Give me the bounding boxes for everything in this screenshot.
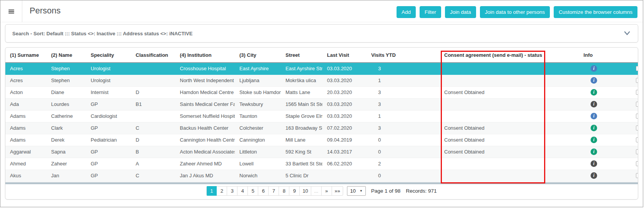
cell-speciality: GP: [86, 146, 131, 158]
cell-surname: Akus: [5, 170, 46, 182]
page-button-6[interactable]: 6: [258, 186, 269, 196]
last-page-button[interactable]: »»: [332, 186, 343, 196]
cell-city: Taunton: [235, 110, 281, 122]
cell-speciality: Pediatrician: [86, 134, 131, 146]
next-page-button[interactable]: »: [322, 186, 332, 196]
cell-info: i: [545, 63, 631, 74]
column-header-truncated: [631, 48, 638, 63]
cell-street: East Ayrshire Street: [281, 63, 322, 74]
checkbox-icon[interactable]: [636, 137, 638, 142]
cell-city: Stoke sub Hamdon: [235, 86, 281, 98]
cell-street: 163 Broadway St: [281, 122, 322, 134]
page-size-select[interactable]: 10 ▼: [347, 186, 365, 196]
page-button-4[interactable]: 4: [237, 186, 248, 196]
table-row[interactable]: AcresStephenUrologistCrosshouse Hospital…: [5, 63, 638, 74]
info-icon[interactable]: i: [591, 113, 597, 119]
hamburger-icon: [8, 9, 14, 14]
info-icon[interactable]: i: [591, 77, 597, 84]
cell-visits_ytd: 3: [367, 122, 440, 134]
info-icon[interactable]: i: [591, 89, 597, 96]
page-button-3[interactable]: 3: [227, 186, 237, 196]
info-icon[interactable]: i: [591, 125, 597, 131]
table-row[interactable]: AdamsClarkGPCBackus Health CenterColches…: [5, 122, 638, 134]
table-row[interactable]: AhmedZaheerGPAZaheer Ahmed MDLowell33 Ba…: [5, 158, 638, 170]
column-header-city[interactable]: (3) City: [235, 48, 281, 63]
table-row[interactable]: AkusJanGPCJan J Akus MDNorwich5 Clinic D…: [5, 170, 638, 182]
column-header-surname[interactable]: (1) Surname: [5, 48, 46, 63]
checkbox-icon[interactable]: [636, 125, 638, 130]
table-row[interactable]: AdamsCatherineCardiologistSomerset Nuffi…: [5, 110, 638, 122]
checkbox-icon[interactable]: [636, 102, 638, 107]
info-icon[interactable]: i: [591, 137, 597, 143]
cell-classification: B: [131, 146, 175, 158]
table-row[interactable]: AcresStephenUrologistNorth West Independ…: [5, 74, 638, 86]
cell-surname: Aggarwal: [5, 146, 46, 158]
checkbox-icon[interactable]: [636, 90, 638, 95]
page-button-2[interactable]: 2: [217, 186, 227, 196]
cell-name: Stephen: [46, 63, 86, 74]
column-header-institution[interactable]: (4) Institution: [175, 48, 235, 63]
join-data-button[interactable]: Join data: [445, 6, 476, 18]
info-icon[interactable]: i: [591, 65, 597, 72]
column-header-consent_status[interactable]: Consent agreement (send e-mail) - status: [440, 48, 545, 63]
cell-classification: [131, 74, 175, 86]
join-data-to-other-persons-button[interactable]: Join data to other persons: [480, 6, 550, 18]
column-header-speciality[interactable]: Speciality: [86, 48, 131, 63]
info-icon[interactable]: i: [591, 172, 597, 179]
page-ellipsis-button[interactable]: ...: [311, 186, 322, 196]
info-icon[interactable]: i: [591, 160, 597, 167]
checkbox-icon[interactable]: [636, 66, 638, 71]
table-row[interactable]: AdaLourdesGPB1Saints Medical Center Fa..…: [5, 98, 638, 110]
cell-city: Cannington: [235, 134, 281, 146]
page-button-8[interactable]: 8: [279, 186, 289, 196]
cell-visits_ytd: 0: [367, 134, 440, 146]
column-header-street[interactable]: Street: [281, 48, 322, 63]
page-button-5[interactable]: 5: [248, 186, 258, 196]
cell-institution: Saints Medical Center Fa...: [175, 98, 235, 110]
cell-consent_status: Consent Obtained: [440, 86, 545, 98]
cell-street: 1565 Main St Ste ...: [281, 98, 322, 110]
page-button-7[interactable]: 7: [269, 186, 279, 196]
page-button-10[interactable]: 10: [300, 186, 311, 196]
cell-visits_ytd: 3: [367, 63, 440, 74]
filter-button[interactable]: Filter: [420, 6, 441, 18]
menu-button[interactable]: [0, 0, 22, 22]
cell-classification: A: [131, 158, 175, 170]
cell-name: Catherine: [46, 110, 86, 122]
table-row[interactable]: AdamsDerekPediatricianDCannington Health…: [5, 134, 638, 146]
page-info-label: Page 1 of 98: [371, 188, 401, 194]
cell-classification: [131, 110, 175, 122]
table-row[interactable]: AggarwalSapnaGPBActon Medical Associates…: [5, 146, 638, 158]
horizontal-scrollbar[interactable]: [5, 182, 638, 184]
search-summary-bar[interactable]: Search - Sort: Default ::: Status <>: In…: [5, 24, 638, 43]
checkbox-icon[interactable]: [636, 78, 638, 83]
column-header-name[interactable]: (2) Name: [46, 48, 86, 63]
cell-classification: D: [131, 134, 175, 146]
info-icon[interactable]: i: [591, 101, 597, 107]
customize-the-browser-columns-button[interactable]: Customize the browser columns: [554, 6, 637, 18]
page-button-9[interactable]: 9: [289, 186, 300, 196]
cell-surname: Adams: [5, 134, 46, 146]
cell-consent_status: [440, 98, 545, 110]
column-header-visits_ytd[interactable]: Visits YTD: [367, 48, 440, 63]
checkbox-icon[interactable]: [636, 161, 638, 166]
checkbox-icon[interactable]: [636, 173, 638, 178]
info-icon[interactable]: i: [591, 149, 597, 155]
cell-city: Colchester: [235, 122, 281, 134]
chevron-down-icon[interactable]: [624, 31, 630, 36]
column-header-last_visit[interactable]: Last Visit: [322, 48, 367, 63]
add-button[interactable]: Add: [397, 6, 416, 18]
cell-street: 592 King St: [281, 146, 322, 158]
page-button-group: 12345678910...»»»: [206, 186, 343, 196]
cell-truncated: [631, 74, 638, 86]
cell-truncated: [631, 170, 638, 182]
column-header-classification[interactable]: Classification: [131, 48, 175, 63]
checkbox-icon[interactable]: [636, 149, 638, 154]
table-row[interactable]: ActonDianeInternistDHamdon Medical Centr…: [5, 86, 638, 98]
page-button-1[interactable]: 1: [206, 186, 217, 196]
checkbox-icon[interactable]: [636, 114, 638, 119]
cell-name: Lourdes: [46, 98, 86, 110]
cell-last_visit: 03.03.2020: [322, 74, 367, 86]
cell-last_visit: 03.03.2020: [322, 110, 367, 122]
column-header-info[interactable]: Info: [545, 48, 631, 63]
